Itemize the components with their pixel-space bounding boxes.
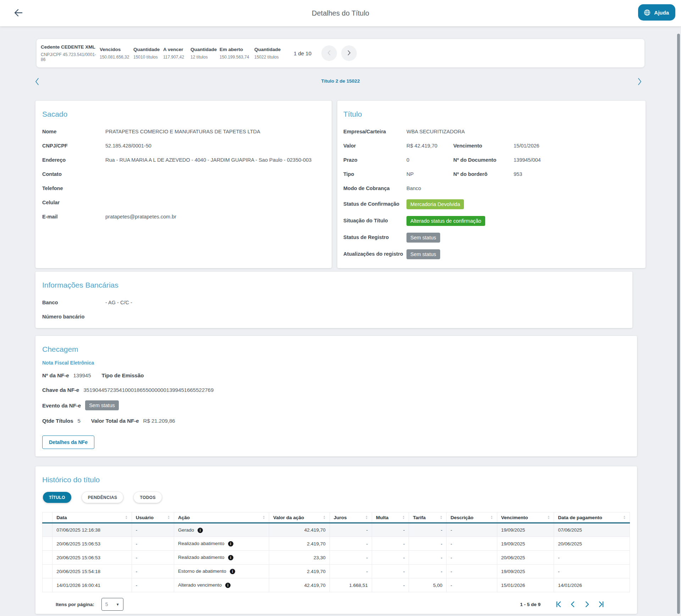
tab-pendencias[interactable]: PENDÊNCIAS [82, 492, 123, 503]
sort-icon[interactable]: ▲▼ [167, 515, 170, 520]
cedente-prev-button[interactable] [321, 45, 337, 61]
nfe-details-button[interactable]: Detalhes da NFe [42, 435, 94, 449]
cedente-next-button[interactable] [341, 45, 357, 61]
column-header[interactable]: Valor da ação▲▼ [269, 512, 330, 523]
status-badge: Mercadoria Devolvida [406, 199, 464, 209]
cedente-identity: Cedente CEDENTE XML CNPJ/CPF 45.723.541/… [41, 44, 100, 62]
vertical-scrollbar[interactable] [676, 0, 681, 616]
sort-icon[interactable]: ▲▼ [402, 515, 405, 520]
sacado-heading: Sacado [42, 110, 325, 118]
titulo-card: Título Empresa/Carteira WBA SECURITIZADO… [337, 101, 646, 268]
field-numero-bancario: Número bancário [42, 313, 625, 321]
back-arrow-icon [13, 14, 24, 19]
action-label: Realizado abatimento [178, 541, 225, 546]
stat-quantidade-vencidos: Quantidade 15010 títulos [133, 47, 163, 60]
sort-icon[interactable]: ▲▼ [547, 515, 550, 520]
sort-icon[interactable]: ▲▼ [365, 515, 368, 520]
next-page-button[interactable] [583, 600, 591, 608]
sort-icon[interactable]: ▲▼ [440, 515, 442, 520]
status-badge: Sem status [85, 400, 119, 410]
help-label: Ajuda [654, 10, 669, 16]
field-nome: Nome PRATAPETES COMERCIO E MANUFATURAS D… [42, 128, 325, 136]
items-per-page-select[interactable]: 5 ▼ [101, 598, 123, 611]
column-header[interactable]: Tarifa▲▼ [409, 512, 447, 523]
status-badge: Sem status [406, 233, 440, 243]
field-endereco: Endereço Rua - RUA MARIA A L DE AZEVEDO … [42, 156, 325, 164]
table-row[interactable]: 20/06/2025 15:06:53-Realizado abatimento… [43, 551, 630, 565]
info-icon[interactable]: i [228, 555, 233, 560]
column-header[interactable]: Juros▲▼ [330, 512, 372, 523]
field-tipo-bordero: Tipo NP Nº do borderô 953 [343, 170, 638, 178]
chevron-down-icon: ▼ [116, 603, 120, 606]
nfe-link[interactable]: Nota Fiscal Eletrônica [42, 360, 630, 366]
chevron-right-icon [346, 50, 352, 57]
top-bar: Detalhes do Título Ajuda [0, 0, 681, 26]
tab-titulo[interactable]: TÍTULO [43, 492, 71, 503]
field-telefone: Telefone [42, 184, 325, 193]
items-per-page-label: Itens por página: [56, 602, 94, 607]
sort-icon[interactable]: ▲▼ [491, 515, 493, 520]
field-contato: Contato [42, 170, 325, 178]
help-button[interactable]: Ajuda [638, 4, 675, 21]
cedente-name: Cedente CEDENTE XML [41, 44, 100, 50]
column-header[interactable]: Descrição▲▼ [447, 512, 497, 523]
row-nfe-numero: Nº da NF-e 139945 Tipo de Emissão [42, 371, 630, 379]
bancarias-card: Informações Bancárias Banco - AG - C/C -… [35, 272, 632, 328]
stat-quantidade-a-vencer: Quantidade 12 títulos [190, 47, 220, 60]
row-nfe-chave: Chave da NF-e 35190445723541000186550000… [42, 386, 630, 394]
globe-icon [643, 9, 651, 16]
column-header[interactable]: Usuário▲▼ [132, 512, 174, 523]
action-label: Estorno de abatimento [178, 568, 226, 574]
items-per-page-value: 5 [105, 601, 108, 607]
next-title-button[interactable] [636, 77, 643, 87]
chevron-left-icon [569, 604, 577, 609]
sort-icon[interactable]: ▲▼ [623, 515, 626, 520]
back-button[interactable] [13, 7, 24, 19]
sacado-card: Sacado Nome PRATAPETES COMERCIO E MANUFA… [35, 101, 332, 268]
info-icon[interactable]: i [228, 541, 233, 546]
first-page-button[interactable] [555, 600, 563, 608]
historico-card: Histórico do título TÍTULO PENDÊNCIAS TO… [35, 466, 637, 614]
stat-a-vencer: A vencer 117.907,42 [163, 47, 190, 60]
last-page-icon [597, 604, 605, 609]
pagination-controls [555, 600, 605, 608]
scrollbar-thumb[interactable] [677, 34, 680, 614]
field-atualizacoes-registro: Atualizações do registro Sem status [343, 249, 638, 260]
pagination-range: 1 - 5 de 9 [520, 602, 541, 607]
field-celular: Celular [42, 199, 325, 207]
column-header[interactable]: Multa▲▼ [372, 512, 409, 523]
chevron-left-icon [326, 50, 332, 57]
history-table-head-row: Data▲▼Usuário▲▼Ação▲▼Valor da ação▲▼Juro… [43, 512, 630, 523]
cedente-summary-card: Cedente CEDENTE XML CNPJ/CPF 45.723.541/… [37, 39, 644, 67]
info-icon[interactable]: i [230, 569, 235, 574]
sort-icon[interactable]: ▲▼ [262, 515, 265, 520]
field-banco: Banco - AG - C/C - [42, 299, 625, 307]
column-header[interactable]: Vencimento▲▼ [497, 512, 554, 523]
info-icon[interactable]: i [198, 528, 203, 533]
info-icon[interactable]: i [225, 583, 231, 588]
field-status-registro: Status de Registro Sem status [343, 232, 638, 243]
prev-page-button[interactable] [569, 600, 577, 608]
chevron-right-icon [636, 82, 643, 87]
table-row[interactable]: 14/01/2026 16:00:41-Alterado vencimentoi… [43, 578, 630, 592]
historico-heading: Histórico do título [42, 476, 630, 484]
column-header-empty [43, 512, 52, 523]
table-row[interactable]: 20/06/2025 15:06:53-Realizado abatimento… [43, 537, 630, 551]
status-badge: Sem status [406, 249, 440, 259]
history-table-body: 07/06/2025 12:16:38-Geradoi42.419,70----… [43, 523, 630, 592]
last-page-button[interactable] [597, 600, 605, 608]
table-row[interactable]: 20/06/2025 15:54:18-Estorno de abatiment… [43, 565, 630, 578]
table-row[interactable]: 07/06/2025 12:16:38-Geradoi42.419,70----… [43, 523, 630, 537]
field-empresa-carteira: Empresa/Carteira WBA SECURITIZADORA [343, 128, 638, 136]
tab-todos[interactable]: TODOS [134, 492, 161, 503]
historico-table: Data▲▼Usuário▲▼Ação▲▼Valor da ação▲▼Juro… [42, 512, 630, 592]
column-header[interactable]: Ação▲▼ [174, 512, 269, 523]
checagem-card: Checagem Nota Fiscal Eletrônica Nº da NF… [35, 336, 637, 456]
sort-icon[interactable]: ▲▼ [125, 515, 128, 520]
row-nfe-totais: Qtde Títulos 5 Valor Total da NF-e R$ 21… [42, 417, 630, 425]
sort-icon[interactable]: ▲▼ [323, 515, 326, 520]
column-header[interactable]: Data▲▼ [52, 512, 132, 523]
row-nfe-evento: Evento da NF-e Sem status [42, 400, 630, 410]
column-header[interactable]: Data de pagamento▲▼ [554, 512, 630, 523]
titulo-heading: Título [343, 110, 638, 118]
